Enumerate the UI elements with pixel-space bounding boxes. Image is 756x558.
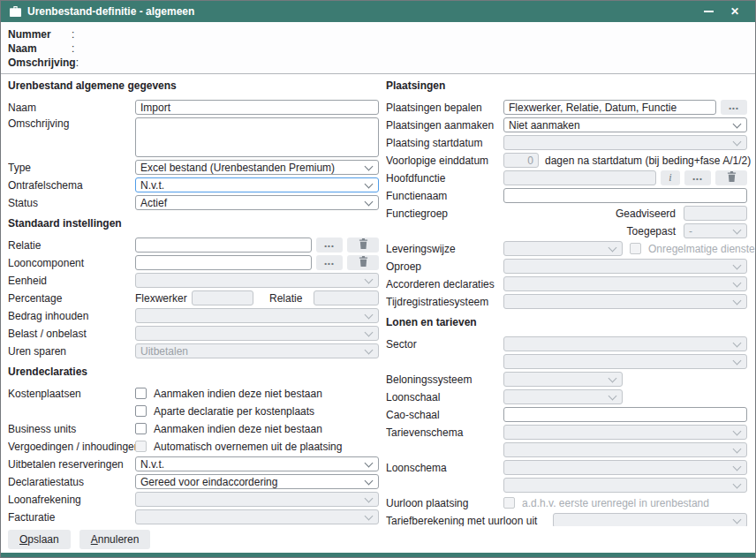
- sector-secondary-select[interactable]: [503, 354, 747, 369]
- bedrag-inhouden-select[interactable]: [135, 308, 379, 323]
- looncomponent-input[interactable]: [135, 255, 312, 270]
- hoofdfunctie-label: Hoofdfunctie: [386, 172, 503, 185]
- field-tijdregistratiesysteem: Tijdregistratiesysteem: [386, 294, 747, 309]
- eenheid-select[interactable]: [135, 273, 379, 288]
- plaatsing-startdatum-select[interactable]: [503, 135, 747, 150]
- loonschema-secondary-select[interactable]: [503, 478, 747, 493]
- uitbetalen-reserveringen-label: Uitbetalen reserveringen: [8, 458, 135, 471]
- looncomponent-clear-button[interactable]: [347, 255, 379, 270]
- belast-onbelast-select[interactable]: [135, 326, 379, 341]
- geadviseerd-label: Geadviseerd: [503, 207, 676, 220]
- hoofdfunctie-browse-button[interactable]: •••: [684, 170, 711, 185]
- chevron-down-icon: [733, 462, 742, 471]
- voorlopige-einddatum-input[interactable]: 0: [503, 153, 539, 168]
- uurloon-plaatsing-checkbox-label: a.d.h.v. eerste urenregel in urenbestand: [522, 497, 709, 509]
- record-summary: Nummer : Naam : Omschrijving :: [1, 22, 755, 74]
- summary-row-omschrijving: Omschrijving :: [8, 56, 748, 70]
- dialog-body: Urenbestand algemene gegevens Naam Impor…: [1, 74, 755, 526]
- bedrag-inhouden-label: Bedrag inhouden: [8, 310, 135, 322]
- field-tariefberekening: Tariefberekening met uurloon uit: [386, 513, 747, 526]
- hoofdfunctie-input[interactable]: [503, 170, 656, 185]
- hoofdfunctie-clear-button[interactable]: [715, 170, 747, 185]
- tariefberekening-select[interactable]: [553, 513, 747, 526]
- percentage-relatie-input[interactable]: [314, 290, 379, 305]
- plaatsingen-aanmaken-label: Plaatsingen aanmaken: [386, 119, 503, 132]
- geadviseerd-input[interactable]: [684, 206, 747, 221]
- vergoedingen-overnemen-checkbox[interactable]: [135, 441, 147, 452]
- tarievenschema-secondary-select[interactable]: [503, 442, 747, 457]
- right-column: Plaatsingen Plaatsingen bepalen Flexwerk…: [386, 74, 755, 526]
- declaratiestatus-select[interactable]: Gereed voor eindaccordering: [135, 474, 379, 489]
- ontrafelschema-select-value: N.v.t.: [140, 179, 360, 192]
- field-loonafrekening: Loonafrekening: [8, 492, 379, 507]
- sector-select[interactable]: [503, 336, 747, 351]
- hoofdfunctie-info-button[interactable]: i: [661, 170, 680, 185]
- minimize-button[interactable]: [695, 1, 722, 22]
- omschrijving-separator: :: [76, 57, 85, 69]
- aparte-declaratie-checkbox[interactable]: [135, 405, 147, 417]
- close-button[interactable]: ✕: [722, 1, 748, 22]
- relatie-browse-button[interactable]: •••: [316, 238, 343, 253]
- relatie-input[interactable]: [135, 238, 312, 253]
- uren-sparen-select[interactable]: Uitbetalen: [135, 343, 379, 358]
- beloningssysteem-select[interactable]: [503, 372, 623, 387]
- save-button[interactable]: Opslaan: [8, 530, 71, 549]
- tijdregistratiesysteem-select[interactable]: [503, 294, 747, 309]
- percentage-label: Percentage: [8, 292, 135, 305]
- field-percentage: Percentage Flexwerker Relatie: [8, 290, 379, 305]
- tarievenschema-select[interactable]: [503, 425, 747, 440]
- omschrijving-textarea[interactable]: [135, 117, 379, 157]
- cancel-button[interactable]: Annuleren: [79, 530, 151, 549]
- field-cao-schaal: Cao-schaal: [386, 407, 747, 422]
- chevron-down-icon: [365, 328, 374, 336]
- functiegroep-geadviseerd-fields: Geadviseerd: [503, 206, 747, 221]
- window-bottom-strip: [1, 553, 755, 557]
- chevron-down-icon: [733, 426, 742, 435]
- section-title-urendeclaraties: Urendeclaraties: [8, 366, 379, 378]
- chevron-down-icon: [365, 511, 374, 520]
- plaatsingen-aanmaken-select[interactable]: Niet aanmaken: [503, 117, 747, 132]
- percentage-relatie-label: Relatie: [269, 292, 314, 305]
- naam-input[interactable]: Import: [135, 100, 379, 115]
- looncomponent-browse-button[interactable]: •••: [316, 255, 343, 270]
- plaatsingen-aanmaken-select-value: Niet aanmaken: [509, 119, 729, 132]
- plaatsingen-bepalen-browse-button[interactable]: •••: [721, 100, 747, 115]
- field-accorderen-declaraties: Accorderen declaraties: [386, 276, 747, 291]
- facturatie-select[interactable]: [135, 509, 379, 524]
- plaatsingen-bepalen-label: Plaatsingen bepalen: [386, 102, 503, 114]
- kostenplaatsen-aanmaken-checkbox[interactable]: [135, 388, 147, 399]
- dialog-title: Urenbestand-definitie - algemeen: [27, 5, 695, 18]
- loonschema-select[interactable]: [503, 460, 747, 475]
- business-units-aanmaken-checkbox[interactable]: [135, 423, 147, 434]
- vergoedingen-overnemen-checkbox-label: Automatisch overnemen uit de plaatsing: [154, 441, 342, 453]
- functiegroep-toegepast-fields: Toegepast -: [503, 223, 747, 238]
- loonschaal-select[interactable]: [503, 389, 623, 404]
- percentage-flexwerker-input[interactable]: [192, 290, 253, 305]
- loonafrekening-select[interactable]: [135, 492, 379, 507]
- loonschema-label: Loonschema: [386, 462, 503, 474]
- leveringswijze-select[interactable]: [503, 241, 623, 256]
- tariefberekening-label: Tariefberekening met uurloon uit: [386, 515, 553, 527]
- oproep-select[interactable]: [503, 259, 747, 274]
- uren-sparen-select-value: Uitbetalen: [140, 345, 360, 358]
- relatie-clear-button[interactable]: [347, 238, 379, 253]
- status-select[interactable]: Actief: [135, 195, 379, 210]
- type-select[interactable]: Excel bestand (Urenbestanden Premium): [135, 160, 379, 175]
- field-sector: Sector: [386, 336, 747, 351]
- onregelmatige-diensten-checkbox[interactable]: [630, 243, 641, 254]
- accorderen-declaraties-select[interactable]: [503, 276, 747, 291]
- toegepast-select[interactable]: -: [684, 223, 747, 238]
- uurloon-plaatsing-checkbox[interactable]: [503, 497, 515, 509]
- briefcase-icon: [10, 6, 21, 17]
- field-plaatsingen-aanmaken: Plaatsingen aanmaken Niet aanmaken: [386, 117, 747, 132]
- dialog-window: Urenbestand-definitie - algemeen ✕ Numme…: [0, 0, 756, 558]
- business-units-aanmaken-checkbox-label: Aanmaken indien deze niet bestaan: [154, 423, 322, 435]
- cao-schaal-input[interactable]: [503, 407, 747, 422]
- field-ontrafelschema: Ontrafelschema N.v.t.: [8, 177, 379, 192]
- ontrafelschema-select[interactable]: N.v.t.: [135, 177, 379, 192]
- functienaam-input[interactable]: [503, 188, 747, 203]
- trash-icon: [359, 256, 368, 269]
- type-label: Type: [8, 162, 135, 174]
- uitbetalen-reserveringen-select[interactable]: N.v.t.: [135, 456, 379, 471]
- plaatsingen-bepalen-input[interactable]: Flexwerker, Relatie, Datum, Functie: [503, 100, 716, 115]
